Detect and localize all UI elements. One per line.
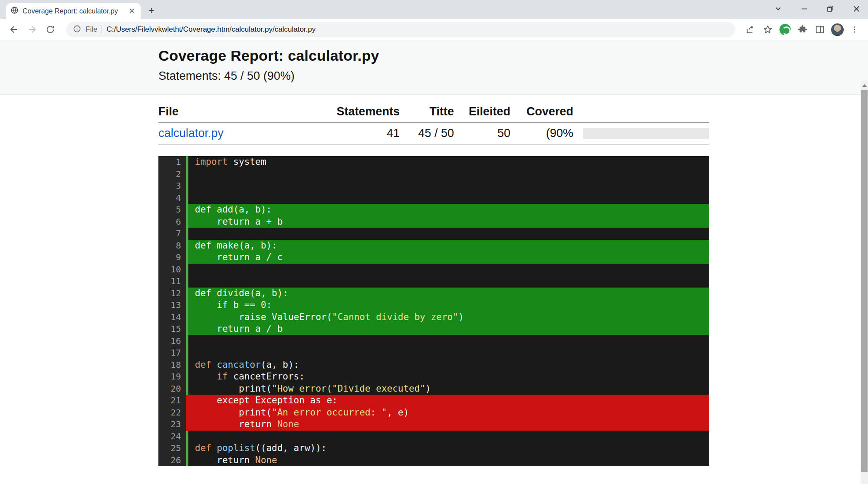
code-text: def add(a, b): xyxy=(188,204,709,216)
code-line: 18def cancator(a, b): xyxy=(158,359,709,371)
line-number: 8 xyxy=(158,240,186,252)
code-text xyxy=(188,335,709,347)
col-header-covered: Covered xyxy=(510,105,573,118)
line-number: 7 xyxy=(158,228,186,240)
code-line: 19 if cancetErrors: xyxy=(158,371,709,383)
share-icon[interactable] xyxy=(743,22,758,37)
code-line: 4 xyxy=(158,192,709,204)
line-number: 12 xyxy=(158,288,186,300)
line-number: 22 xyxy=(158,407,186,419)
col-header-titte: Titte xyxy=(400,105,454,118)
scroll-up-arrow-icon[interactable] xyxy=(861,82,868,89)
line-number: 13 xyxy=(158,299,186,311)
line-number: 18 xyxy=(158,359,186,371)
code-text xyxy=(188,168,709,180)
code-text xyxy=(188,192,709,204)
back-button[interactable] xyxy=(6,22,22,37)
bookmark-star-icon[interactable] xyxy=(760,22,775,37)
line-number: 3 xyxy=(158,180,186,192)
code-text xyxy=(188,431,709,443)
code-line: 22 print("An error occurred: ", e) xyxy=(158,407,709,419)
col-header-statements: Statements xyxy=(313,105,400,118)
page-scrollbar[interactable] xyxy=(861,81,868,484)
code-block: 1import system2345def add(a, b):6 return… xyxy=(158,156,709,466)
line-number: 24 xyxy=(158,431,186,443)
line-number: 19 xyxy=(158,371,186,383)
line-number: 15 xyxy=(158,323,186,335)
code-line: 21 except Exception as e: xyxy=(158,395,709,407)
line-number: 25 xyxy=(158,442,186,455)
code-line: 15 return a / b xyxy=(158,323,709,335)
code-line: 10 xyxy=(158,264,709,276)
code-line: 20 print("How error("Divide executed") xyxy=(158,383,709,395)
code-text xyxy=(188,275,709,288)
code-text: except Exception as e: xyxy=(188,395,709,407)
cell-titte: 45 / 50 xyxy=(400,127,454,140)
minimize-button[interactable] xyxy=(801,5,808,12)
summary-header-row: File Statements Titte Eileited Covered xyxy=(158,105,709,123)
code-text xyxy=(188,264,709,276)
col-header-file: File xyxy=(158,105,313,118)
extension-badge-icon[interactable] xyxy=(778,22,792,37)
code-text: if cancetErrors: xyxy=(188,371,709,383)
code-text: return a + b xyxy=(188,216,709,228)
code-text xyxy=(188,347,709,359)
code-line: 26 return None xyxy=(158,455,709,467)
reload-button[interactable] xyxy=(43,22,58,37)
tab-strip: Coverage Report: calculator.py ✕ + xyxy=(0,0,868,19)
page-title: Coverage Report: calculator.py xyxy=(158,47,868,64)
code-line: 24 xyxy=(158,431,709,443)
profile-avatar[interactable] xyxy=(830,22,845,37)
report-header: Coverage Report: calculator.py Statement… xyxy=(0,40,868,95)
menu-kebab-icon[interactable] xyxy=(847,22,862,37)
code-text: raise ValueError("Cannot divide by zero"… xyxy=(188,311,709,324)
code-line: 5def add(a, b): xyxy=(158,204,709,216)
cell-eileited: 50 xyxy=(454,127,510,140)
code-text xyxy=(188,228,709,240)
code-line: 14 raise ValueError("Cannot divide by ze… xyxy=(158,311,709,324)
summary-table: File Statements Titte Eileited Covered c… xyxy=(158,105,709,145)
line-number: 6 xyxy=(158,216,186,228)
restore-button[interactable] xyxy=(827,5,834,12)
code-text: import system xyxy=(188,156,709,168)
new-tab-button[interactable]: + xyxy=(144,3,159,18)
coverage-progress-bar xyxy=(583,128,709,139)
code-text: def make(a, b): xyxy=(188,240,709,252)
line-number: 2 xyxy=(158,168,186,180)
address-bar[interactable]: File C:/Users/Filelvvkwletht/Coverage.ht… xyxy=(66,22,735,37)
page-info-icon[interactable] xyxy=(73,25,81,35)
code-line: 16 xyxy=(158,335,709,347)
code-line: 9 return a / c xyxy=(158,252,709,264)
code-text: def cancator(a, b): xyxy=(188,359,709,371)
url-scheme-label: File xyxy=(85,25,97,34)
side-panel-icon[interactable] xyxy=(812,22,827,37)
url-text[interactable]: C:/Users/Filelvvkwletht/Coverage.htm/cal… xyxy=(106,25,316,34)
tab-search-chevron-icon[interactable] xyxy=(775,5,782,12)
code-line: 17 xyxy=(158,347,709,359)
code-line: 6 return a + b xyxy=(158,216,709,228)
line-number: 11 xyxy=(158,275,186,288)
file-link[interactable]: calculator.py xyxy=(158,127,224,140)
scrollbar-thumb[interactable] xyxy=(861,90,868,472)
code-text: def divide(a, b): xyxy=(188,288,709,300)
omnibox-divider xyxy=(102,25,102,34)
code-text: return a / c xyxy=(188,252,709,264)
extensions-puzzle-icon[interactable] xyxy=(795,22,810,37)
code-text: def poplist((add, arw)): xyxy=(188,442,709,455)
line-number: 5 xyxy=(158,204,186,216)
code-text: if b == 0: xyxy=(188,299,709,311)
code-text: return None xyxy=(188,419,709,431)
code-text: print("An error occurred: ", e) xyxy=(188,407,709,419)
close-window-button[interactable] xyxy=(853,5,860,13)
line-number: 14 xyxy=(158,311,186,324)
forward-button[interactable] xyxy=(24,22,40,37)
tab-close-icon[interactable]: ✕ xyxy=(128,7,136,16)
line-number: 21 xyxy=(158,395,186,407)
page-body: Coverage Report: calculator.py Statement… xyxy=(0,40,868,484)
browser-toolbar: File C:/Users/Filelvvkwletht/Coverage.ht… xyxy=(0,19,868,40)
line-number: 26 xyxy=(158,455,186,467)
browser-tab[interactable]: Coverage Report: calculator.py ✕ xyxy=(6,3,141,19)
code-line: 23 return None xyxy=(158,419,709,431)
code-line: 8def make(a, b): xyxy=(158,240,709,252)
line-number: 4 xyxy=(158,192,186,204)
